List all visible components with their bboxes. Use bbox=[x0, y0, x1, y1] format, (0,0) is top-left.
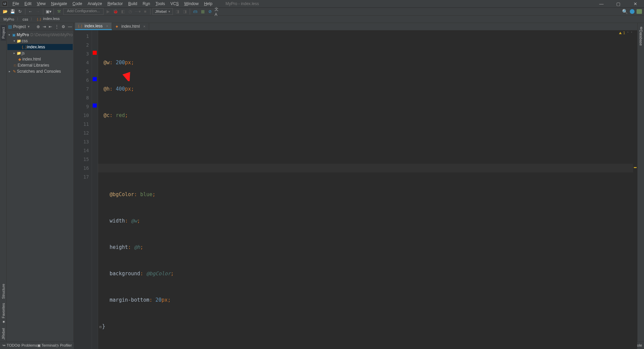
tree-folder-js[interactable]: ▸ 📁 js bbox=[7, 50, 73, 56]
toolwindow-todo[interactable]: ≔ TODO bbox=[2, 343, 17, 348]
forward-icon[interactable]: → bbox=[35, 8, 41, 15]
color-swatch-red-icon[interactable] bbox=[93, 51, 97, 55]
line-number-gutter: 1234 5678 9101112 13141516 17 bbox=[74, 30, 92, 349]
menu-run[interactable]: Run bbox=[140, 1, 153, 7]
chevron-right-icon: 〉 bbox=[16, 17, 21, 22]
editor-tab-index-html[interactable]: ◆ index.html × bbox=[112, 23, 149, 30]
color-swatch-blue-icon[interactable] bbox=[93, 77, 97, 81]
color-swatch-blue-icon[interactable] bbox=[93, 103, 97, 108]
open-icon[interactable]: 📂 bbox=[2, 8, 8, 15]
tree-root[interactable]: ▾ ▣ MyPro D:\Develop\Web\MyPro bbox=[7, 32, 73, 38]
attach-icon[interactable]: ⋯▾ bbox=[135, 8, 141, 15]
editor-tab-index-less[interactable]: {‥} index.less × bbox=[75, 23, 112, 30]
back-icon[interactable]: ← bbox=[27, 8, 33, 15]
folder-icon: 📁 bbox=[16, 51, 22, 55]
expand-all-icon[interactable]: ⇥ bbox=[43, 24, 46, 29]
tree-external-libraries[interactable]: ⏍ External Libraries bbox=[7, 62, 73, 68]
gear-icon[interactable]: ⚙ bbox=[62, 24, 65, 29]
search-icon[interactable]: 🔍 bbox=[622, 9, 628, 14]
chevron-right-icon[interactable]: ▸ bbox=[7, 70, 12, 73]
jrebel-run-icon[interactable]: ◨ bbox=[174, 8, 180, 15]
error-stripe[interactable]: 1 ˄ ˅ bbox=[633, 30, 637, 349]
toolwindow-tab-database[interactable]: 🛢Database bbox=[638, 24, 644, 48]
chevron-right-icon[interactable]: ▸ bbox=[12, 51, 16, 55]
no-entry-icon[interactable]: ⊘ bbox=[207, 8, 213, 15]
avd-icon[interactable]: ▣▾ bbox=[45, 8, 51, 15]
project-tool-window: ▤ Project ▼ ⊕ ⇥ ⇤ ⋮ ⚙ — ▾ ▣ MyPro D:\Dev… bbox=[7, 23, 74, 342]
inspection-summary[interactable]: 1 ˄ ˅ bbox=[619, 31, 632, 35]
tree-file-index-html[interactable]: ◆ index.html bbox=[7, 56, 73, 62]
stop-icon[interactable]: ■ bbox=[142, 8, 148, 15]
toolwindow-terminal[interactable]: ▣ Terminal bbox=[37, 343, 55, 348]
profile-icon[interactable]: ◷ bbox=[127, 8, 133, 15]
debug-icon[interactable]: 🐞 bbox=[112, 8, 118, 15]
select-opened-file-icon[interactable]: ⊕ bbox=[37, 24, 40, 29]
translate-icon[interactable]: 文A bbox=[214, 8, 221, 15]
hammer-icon[interactable]: ⚒ bbox=[56, 8, 62, 15]
show-options-icon[interactable]: ⋮ bbox=[55, 24, 59, 29]
chevron-up-icon[interactable]: ˄ bbox=[627, 31, 629, 35]
project-tree[interactable]: ▾ ▣ MyPro D:\Develop\Web\MyPro ▾ 📁 css {… bbox=[7, 30, 73, 76]
updates-icon[interactable] bbox=[630, 9, 635, 14]
menu-view[interactable]: View bbox=[34, 1, 48, 7]
menu-code[interactable]: Code bbox=[70, 1, 85, 7]
menu-navigate[interactable]: Navigate bbox=[49, 1, 69, 7]
warning-marker[interactable] bbox=[634, 167, 637, 168]
green-box-icon[interactable]: ▦ bbox=[200, 8, 206, 15]
toolwindow-tab-project[interactable]: Project bbox=[1, 25, 6, 41]
tree-file-index-less[interactable]: {‥} index.less bbox=[7, 44, 73, 50]
breadcrumb-root[interactable]: MyPro bbox=[2, 17, 16, 21]
jrebel-badge-icon[interactable] bbox=[637, 9, 642, 14]
add-configuration-combo[interactable]: Add Configuration... bbox=[63, 8, 104, 15]
menu-refactor[interactable]: Refactor bbox=[105, 1, 125, 7]
minimize-icon[interactable]: — bbox=[597, 1, 606, 6]
menu-build[interactable]: Build bbox=[126, 1, 140, 7]
project-view-combo[interactable]: ▤ Project ▼ bbox=[8, 24, 30, 29]
save-icon[interactable]: 💾 bbox=[9, 8, 16, 15]
menu-window[interactable]: Window bbox=[182, 1, 201, 7]
tree-folder-css[interactable]: ▾ 📁 css bbox=[7, 38, 73, 44]
menu-help[interactable]: Help bbox=[202, 1, 215, 7]
tree-scratches[interactable]: ▸ ✎ Scratches and Consoles bbox=[7, 68, 73, 74]
run-icon[interactable]: ▶ bbox=[105, 8, 111, 15]
close-tab-icon[interactable]: × bbox=[106, 24, 108, 28]
left-toolwindow-stripe: Project Structure ★ Favorites JRebel bbox=[0, 23, 7, 342]
close-tab-icon[interactable]: × bbox=[143, 24, 145, 28]
maximize-icon[interactable]: ▢ bbox=[614, 1, 623, 6]
less-file-icon: {‥} bbox=[22, 45, 27, 49]
menu-vcs[interactable]: VCS bbox=[168, 1, 181, 7]
menu-analyze[interactable]: Analyze bbox=[85, 1, 105, 7]
code-editor[interactable]: @w: 200px; @h: 400px; @c: red; ⊟.box1 { … bbox=[98, 30, 637, 349]
right-toolwindow-stripe: 🛢Database bbox=[637, 23, 644, 342]
toolwindow-tab-favorites[interactable]: ★ Favorites bbox=[0, 301, 6, 326]
less-file-icon: {‥} bbox=[37, 17, 41, 22]
chevron-down-icon[interactable]: ˅ bbox=[631, 31, 632, 35]
menu-file[interactable]: FFileile bbox=[10, 1, 21, 7]
chevron-down-icon[interactable]: ▾ bbox=[12, 39, 16, 43]
warning-icon bbox=[619, 32, 622, 34]
sync-icon[interactable]: ↻ bbox=[17, 8, 23, 15]
db-icon[interactable]: 🗃 bbox=[192, 8, 198, 15]
chevron-down-icon[interactable]: ▾ bbox=[7, 33, 12, 37]
folder-icon: 📁 bbox=[16, 39, 22, 43]
module-icon: ▣ bbox=[12, 33, 17, 37]
toolwindow-tab-jrebel[interactable]: JRebel bbox=[1, 326, 6, 342]
fold-end-icon[interactable]: ⊟ bbox=[99, 323, 102, 331]
jrebel-combo[interactable]: JRebel▼ bbox=[153, 8, 173, 15]
toolwindow-profiler[interactable]: ◷ Profiler bbox=[55, 343, 72, 348]
toolwindow-problems[interactable]: ⊘ Problems bbox=[17, 343, 37, 348]
coverage-icon[interactable]: ◧ bbox=[120, 8, 126, 15]
breadcrumb-file[interactable]: {‥} index.less bbox=[35, 17, 61, 21]
hide-icon[interactable]: — bbox=[68, 24, 72, 29]
toolwindow-tab-structure[interactable]: Structure bbox=[1, 282, 6, 301]
editor-body[interactable]: 1234 5678 9101112 13141516 17 @w: 200px;… bbox=[74, 30, 637, 349]
editor-tabs: {‥} index.less × ◆ index.html × bbox=[74, 23, 637, 30]
menu-edit[interactable]: Edit bbox=[22, 1, 34, 7]
breadcrumb-folder[interactable]: css bbox=[21, 17, 30, 21]
main-toolbar: 📂 💾 ↻ ← → ▣▾ ⚒ Add Configuration... ▶ 🐞 … bbox=[0, 7, 644, 16]
menu-tools[interactable]: Tools bbox=[153, 1, 167, 7]
window-title: MyPro - index.less bbox=[215, 1, 596, 6]
close-icon[interactable]: ✕ bbox=[630, 1, 640, 6]
jrebel-debug-icon[interactable]: ◨ bbox=[182, 8, 188, 15]
collapse-all-icon[interactable]: ⇤ bbox=[49, 24, 52, 29]
